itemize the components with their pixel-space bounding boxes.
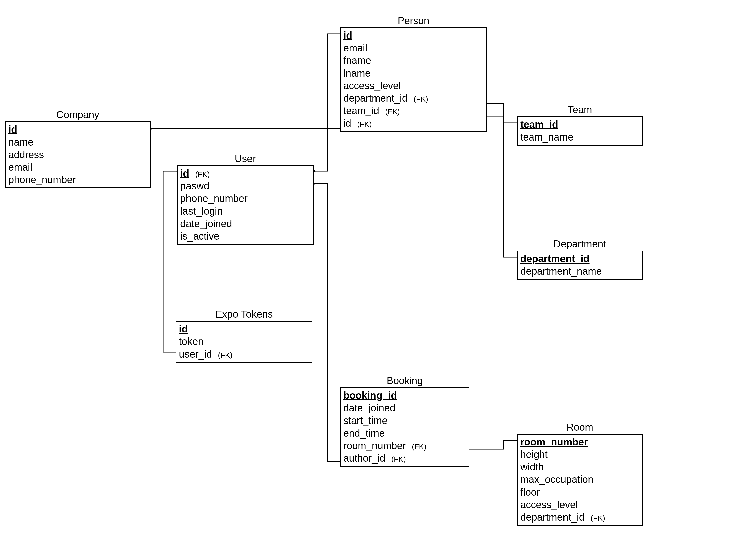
attribute-row: team_id(FK) (343, 104, 484, 117)
attribute-pk: id (343, 29, 352, 42)
attribute-row: name (8, 136, 147, 148)
attribute-name: email (8, 161, 33, 173)
attribute-row: start_time (343, 414, 466, 427)
attribute-row: department_name (520, 265, 639, 278)
entity-box: idnameaddressemailphone_number (5, 121, 151, 188)
attribute-row: email (343, 42, 484, 54)
fk-label: (FK) (385, 107, 400, 116)
entity-user: User id(FK)paswdphone_numberlast_loginda… (177, 153, 314, 245)
attribute-row: email (8, 161, 147, 173)
attribute-row: is_active (180, 230, 311, 242)
entity-title: Person (340, 15, 487, 26)
entity-box: team_idteam_name (517, 116, 642, 145)
attribute-name: phone_number (180, 192, 248, 205)
attribute-name: email (343, 42, 368, 54)
attribute-pk: id (8, 123, 17, 136)
attribute-row: id(FK) (180, 167, 311, 180)
attribute-name: date_joined (343, 402, 395, 414)
entity-expo-tokens: Expo Tokens idtokenuser_id(FK) (176, 308, 313, 363)
attribute-row: author_id(FK) (343, 452, 466, 464)
entity-title: Room (517, 421, 642, 433)
attribute-row: id(FK) (343, 117, 484, 129)
attribute-name: address (8, 148, 44, 161)
attribute-name: fname (343, 54, 371, 67)
attribute-pk: id (179, 323, 188, 335)
attribute-row: height (520, 448, 639, 461)
attribute-name: paswd (180, 180, 209, 192)
attribute-name: access_level (520, 498, 578, 511)
entity-booking: Booking booking_iddate_joinedstart_timee… (340, 375, 469, 467)
attribute-name: access_level (343, 79, 401, 92)
attribute-name: floor (520, 486, 540, 498)
fk-label: (FK) (412, 442, 427, 452)
entity-team: Team team_idteam_name (517, 104, 642, 145)
attribute-row: department_id (520, 253, 639, 265)
attribute-row: department_id(FK) (343, 92, 484, 104)
attribute-row: address (8, 148, 147, 161)
attribute-row: id (343, 29, 484, 42)
attribute-name: lname (343, 67, 371, 79)
entity-company: Company idnameaddressemailphone_number (5, 109, 151, 188)
attribute-row: department_id(FK) (520, 511, 639, 523)
attribute-row: date_joined (343, 402, 466, 414)
attribute-row: lname (343, 67, 484, 79)
attribute-name: department_name (520, 265, 602, 278)
entity-title: Booking (340, 375, 469, 386)
attribute-row: floor (520, 486, 639, 498)
attribute-row: id (179, 323, 309, 335)
attribute-row: phone_number (8, 173, 147, 186)
entity-person: Person idemailfnamelnameaccess_leveldepa… (340, 15, 487, 132)
entity-box: room_numberheightwidthmax_occupationfloo… (517, 434, 642, 526)
attribute-row: width (520, 461, 639, 473)
attribute-name: end_time (343, 427, 385, 439)
entity-room: Room room_numberheightwidthmax_occupatio… (517, 421, 642, 526)
attribute-pk: id (180, 167, 189, 180)
er-diagram-canvas: Company idnameaddressemailphone_number P… (0, 0, 752, 560)
attribute-name: department_id (520, 511, 585, 523)
attribute-row: paswd (180, 180, 311, 192)
rel-person-team (487, 116, 517, 123)
fk-label: (FK) (218, 350, 233, 360)
attribute-name: team_id (343, 104, 379, 117)
fk-label: (FK) (591, 513, 605, 523)
entity-box: idemailfnamelnameaccess_leveldepartment_… (340, 27, 487, 132)
rel-person-user (315, 34, 340, 171)
rel-person-department (487, 104, 517, 257)
attribute-row: phone_number (180, 192, 311, 205)
attribute-row: team_name (520, 131, 639, 143)
attribute-row: date_joined (180, 217, 311, 230)
attribute-name: last_login (180, 205, 223, 217)
rel-expotokens-user (163, 171, 177, 352)
attribute-row: booking_id (343, 389, 466, 402)
attribute-name: name (8, 136, 33, 148)
attribute-row: id (8, 123, 147, 136)
rel-booking-room (469, 440, 517, 449)
attribute-name: width (520, 461, 544, 473)
attribute-name: height (520, 448, 548, 461)
entity-title: Department (517, 238, 642, 249)
attribute-row: last_login (180, 205, 311, 217)
attribute-name: token (179, 335, 203, 348)
attribute-name: room_number (343, 439, 406, 452)
entity-title: Company (5, 109, 151, 120)
attribute-name: user_id (179, 348, 212, 360)
entity-title: User (177, 153, 314, 164)
attribute-name: id (343, 117, 351, 129)
attribute-name: department_id (343, 92, 408, 104)
attribute-row: access_level (343, 79, 484, 92)
attribute-row: token (179, 335, 309, 348)
entity-department: Department department_iddepartment_name (517, 238, 642, 280)
attribute-pk: team_id (520, 118, 558, 131)
attribute-row: team_id (520, 118, 639, 131)
entity-box: idtokenuser_id(FK) (176, 321, 313, 363)
attribute-row: room_number(FK) (343, 439, 466, 452)
entity-box: id(FK)paswdphone_numberlast_logindate_jo… (177, 165, 314, 245)
fk-label: (FK) (357, 119, 372, 129)
attribute-pk: department_id (520, 253, 590, 265)
attribute-name: phone_number (8, 173, 76, 186)
attribute-row: fname (343, 54, 484, 67)
entity-title: Expo Tokens (176, 308, 313, 320)
attribute-pk: room_number (520, 436, 588, 448)
entity-title: Team (517, 104, 642, 115)
attribute-name: author_id (343, 452, 385, 464)
